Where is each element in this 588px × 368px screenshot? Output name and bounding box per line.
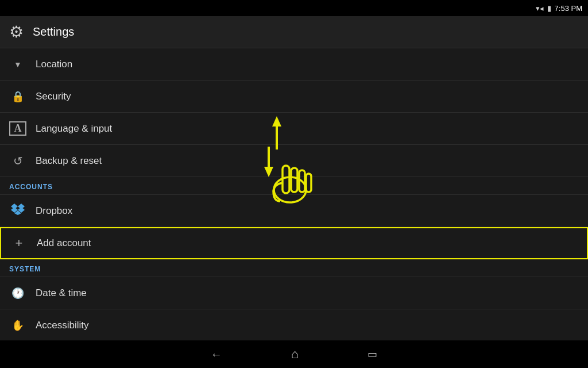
status-bar: ▾◂ ▮ 7:53 PM [0, 0, 588, 16]
location-icon: ▼ [9, 60, 26, 69]
time-display: 7:53 PM [555, 4, 582, 13]
security-icon: 🔒 [9, 90, 26, 103]
datetime-icon: 🕐 [9, 287, 26, 300]
settings-gear-icon: ⚙ [9, 22, 24, 41]
page-title: Settings [33, 25, 74, 39]
settings-item-accessibility[interactable]: ✋ Accessibility [0, 309, 588, 340]
settings-item-backup[interactable]: ↺ Backup & reset [0, 145, 588, 177]
system-section-header: SYSTEM [0, 259, 588, 277]
datetime-label: Date & time [36, 288, 87, 299]
location-label: Location [36, 59, 72, 70]
language-label: Language & input [36, 123, 112, 135]
settings-list: ▼ Location 🔒 Security A Language & input… [0, 48, 588, 340]
add-account-icon: + [10, 236, 28, 251]
recents-button[interactable]: ▭ [368, 348, 377, 361]
settings-item-security[interactable]: 🔒 Security [0, 80, 588, 113]
settings-item-language[interactable]: A Language & input [0, 113, 588, 145]
backup-label: Backup & reset [36, 155, 102, 167]
accessibility-icon: ✋ [9, 319, 26, 332]
home-button[interactable]: ⌂ [291, 347, 299, 362]
wifi-icon: ▾◂ [536, 4, 544, 13]
settings-item-datetime[interactable]: 🕐 Date & time [0, 277, 588, 309]
settings-item-location[interactable]: ▼ Location [0, 48, 588, 80]
status-icons: ▾◂ ▮ 7:53 PM [536, 4, 582, 13]
add-account-label: Add account [37, 237, 91, 249]
nav-bar: ← ⌂ ▭ [0, 340, 588, 368]
accounts-section-header: ACCOUNTS [0, 177, 588, 195]
back-button[interactable]: ← [211, 348, 222, 361]
add-account-item[interactable]: + Add account [0, 227, 588, 259]
battery-icon: ▮ [547, 4, 551, 13]
title-bar: ⚙ Settings [0, 16, 588, 48]
accessibility-label: Accessibility [36, 320, 89, 331]
security-label: Security [36, 91, 71, 102]
backup-icon: ↺ [9, 154, 26, 168]
dropbox-label: Dropbox [36, 205, 72, 217]
language-icon: A [9, 121, 26, 136]
dropbox-icon [9, 203, 26, 219]
settings-item-dropbox[interactable]: Dropbox [0, 195, 588, 227]
